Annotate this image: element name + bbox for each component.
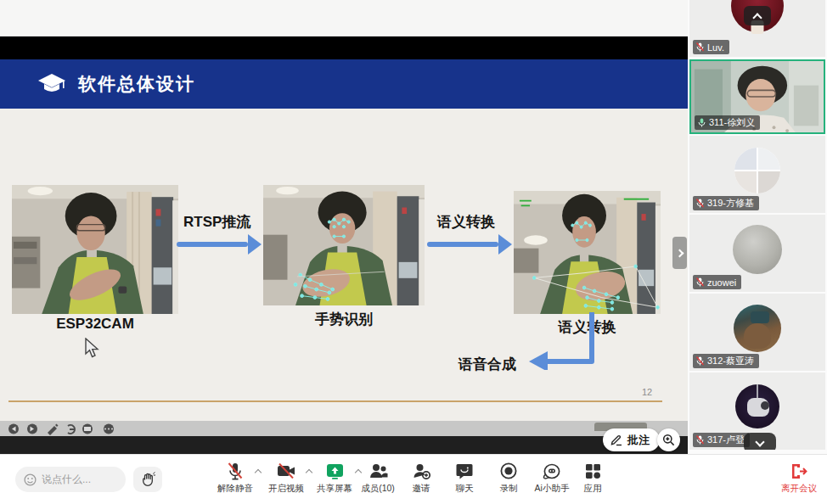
invite-icon bbox=[413, 463, 430, 479]
participant-name: 319-方修基 bbox=[707, 197, 754, 210]
participant-name-tag: 312-蔡亚涛 bbox=[693, 354, 759, 368]
invite-label: 邀请 bbox=[413, 483, 430, 495]
apps-icon bbox=[585, 463, 601, 479]
participant-name: 312-蔡亚涛 bbox=[707, 355, 754, 367]
shared-screen-area: 软件总体设计 bbox=[0, 0, 688, 504]
flow-arrow-semantic bbox=[427, 234, 512, 255]
participant-tile[interactable]: Luv. bbox=[689, 0, 825, 57]
semantic-frame-image bbox=[514, 191, 661, 314]
quick-chat-input[interactable]: 说点什么... bbox=[15, 467, 126, 492]
slide-top-black-bar bbox=[0, 36, 688, 59]
participant-tile-active[interactable]: 311-徐刘义 bbox=[689, 59, 825, 134]
share-screen-button[interactable]: 共享屏幕 bbox=[310, 462, 359, 495]
meeting-toolbar: 说点什么... 解除静音 开启视频 bbox=[0, 454, 827, 504]
photo-gesture-recognition bbox=[263, 185, 425, 305]
participant-name-tag: zuowei bbox=[693, 275, 741, 289]
chat-label: 聊天 bbox=[456, 483, 474, 495]
avatar bbox=[733, 225, 782, 274]
pen-tool-icon bbox=[48, 424, 59, 436]
participant-name: Luv. bbox=[707, 42, 724, 53]
next-slide-edge-button[interactable] bbox=[672, 237, 687, 269]
laser-pointer-icon bbox=[68, 425, 75, 434]
participant-name-tag: Luv. bbox=[693, 40, 729, 54]
mic-muted-icon bbox=[696, 42, 704, 52]
unmute-label: 解除静音 bbox=[217, 483, 253, 495]
annotate-button[interactable]: 批注 bbox=[603, 428, 660, 451]
camera-frame-image bbox=[12, 185, 178, 314]
magnifier-icon bbox=[662, 434, 675, 446]
participant-name-tag: 319-方修基 bbox=[693, 196, 759, 210]
mic-muted-icon bbox=[696, 199, 704, 208]
annotate-label: 批注 bbox=[627, 433, 650, 448]
return-arrow-speech bbox=[522, 311, 607, 370]
collapse-strip-button[interactable] bbox=[744, 6, 771, 25]
participant-tile[interactable]: 312-蔡亚涛 bbox=[689, 294, 825, 371]
camera-off-icon bbox=[277, 463, 295, 479]
chevron-down-icon bbox=[755, 437, 764, 446]
node-label-esp32cam: ESP32CAM bbox=[12, 316, 178, 333]
avatar bbox=[734, 305, 781, 352]
node-label-gesture: 手势识别 bbox=[263, 310, 425, 329]
pen-icon bbox=[610, 434, 623, 446]
photo-esp32cam bbox=[12, 185, 178, 314]
arrow-label-semantic: 语义转换 bbox=[437, 212, 495, 232]
participants-sidebar: Luv. 311- bbox=[688, 0, 827, 454]
slide-content: ESP32CAM 手势识别 语义转换 RTSP推流 语义转换 语音合成 12 bbox=[0, 109, 688, 421]
ai-assistant-label: Ai小助手 bbox=[535, 483, 570, 495]
speech-synthesis-label: 语音合成 bbox=[459, 355, 516, 374]
avatar bbox=[734, 148, 780, 193]
gesture-frame-image bbox=[263, 185, 425, 305]
shared-screen-margin bbox=[0, 0, 688, 36]
share-bottom-bar bbox=[0, 436, 688, 454]
participant-tile[interactable]: 319-方修基 bbox=[689, 136, 825, 213]
avatar bbox=[735, 384, 779, 428]
smiley-icon bbox=[24, 473, 37, 486]
slide-header: 软件总体设计 bbox=[0, 59, 688, 109]
chat-input-placeholder: 说点什么... bbox=[42, 473, 91, 487]
share-screen-icon bbox=[326, 463, 344, 479]
meeting-window: 软件总体设计 bbox=[0, 0, 827, 504]
invite-button[interactable]: 邀请 bbox=[397, 462, 446, 495]
participant-name: zuowei bbox=[707, 277, 736, 288]
start-video-label: 开启视频 bbox=[268, 483, 304, 495]
photo-semantic-conversion bbox=[514, 191, 661, 314]
members-icon bbox=[368, 463, 388, 479]
members-button[interactable]: 成员(10) bbox=[353, 462, 402, 495]
apps-button[interactable]: 应用 bbox=[568, 462, 617, 495]
leave-meeting-icon bbox=[790, 463, 807, 479]
leave-meeting-button[interactable]: 离开会议 bbox=[774, 462, 824, 495]
share-screen-label: 共享屏幕 bbox=[317, 483, 352, 495]
mouse-cursor bbox=[83, 338, 102, 360]
raise-hand-icon bbox=[141, 472, 155, 487]
chevron-up-icon bbox=[752, 13, 762, 22]
mic-muted-icon bbox=[696, 277, 704, 287]
presenter-controls[interactable] bbox=[7, 423, 119, 435]
arrow-label-rtsp: RTSP推流 bbox=[183, 212, 250, 232]
scroll-participants-down-button[interactable] bbox=[744, 433, 776, 450]
magnifier-button[interactable] bbox=[657, 428, 680, 451]
unmute-button[interactable]: 解除静音 bbox=[211, 462, 260, 495]
mic-muted-icon bbox=[227, 462, 244, 480]
slide-page-number: 12 bbox=[642, 387, 652, 397]
chat-icon bbox=[456, 463, 473, 479]
mic-muted-icon bbox=[696, 435, 704, 445]
chat-button[interactable]: 聊天 bbox=[440, 462, 489, 495]
record-icon bbox=[500, 462, 517, 479]
participant-tile[interactable]: 317-卢登 bbox=[689, 372, 825, 450]
leave-meeting-label: 离开会议 bbox=[781, 483, 817, 495]
graduation-cap-icon bbox=[37, 73, 66, 95]
apps-label: 应用 bbox=[584, 483, 602, 495]
participant-name-tag: 317-卢登 bbox=[693, 433, 750, 447]
participant-tile[interactable]: zuowei bbox=[689, 215, 825, 292]
start-video-button[interactable]: 开启视频 bbox=[262, 462, 311, 495]
flow-arrow-rtsp bbox=[177, 234, 262, 255]
record-button[interactable]: 录制 bbox=[484, 462, 533, 495]
slide-footer-line bbox=[8, 400, 662, 402]
members-label: 成员(10) bbox=[361, 483, 395, 495]
participant-name-tag: 311-徐刘义 bbox=[695, 115, 760, 130]
participant-name: 317-卢登 bbox=[707, 434, 745, 446]
slide-title: 软件总体设计 bbox=[78, 72, 195, 96]
mic-active-icon bbox=[698, 118, 706, 127]
raise-hand-button[interactable] bbox=[133, 467, 162, 492]
mic-muted-icon bbox=[696, 356, 704, 366]
